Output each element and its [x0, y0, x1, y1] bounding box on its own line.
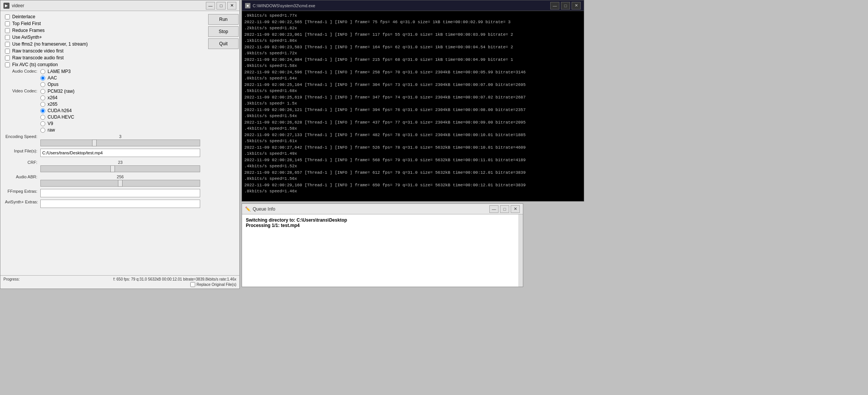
- cmd-line: 2022-11-09 02:00:23,061 [Thread-1 ] [INF…: [244, 32, 581, 38]
- cmd-line: 2022-11-09 02:00:24,596 [Thread-1 ] [INF…: [244, 69, 581, 76]
- crf-slider[interactable]: [40, 165, 200, 172]
- cuda-h264-row: CUDA h264: [40, 108, 75, 113]
- raw-video-row: Raw transcode video first: [5, 48, 201, 54]
- videer-right-panel: Run Stop Quit: [205, 11, 239, 275]
- minimize-button[interactable]: —: [206, 2, 215, 10]
- x264-radio[interactable]: [40, 95, 45, 100]
- input-files-row: Input File(s):: [5, 149, 201, 157]
- cmd-line: 2022-11-09 02:00:26,628 [Thread-1 ] [INF…: [244, 119, 581, 126]
- queue-titlebar-left: ✏️ Queue Info: [245, 206, 275, 212]
- use-ffms2-checkbox[interactable]: [5, 42, 10, 47]
- cmd-line: .9kbits/s speed=1.58x: [244, 63, 581, 69]
- cmd-line: 2022-11-09 02:00:29,160 [Thread-1 ] [INF…: [244, 182, 581, 189]
- videer-titlebar: ▶ videer — □ ✕: [0, 0, 239, 11]
- videer-title: videer: [12, 3, 24, 8]
- run-button[interactable]: Run: [208, 14, 239, 25]
- audio-abr-slider[interactable]: [40, 180, 200, 187]
- raw-video-checkbox[interactable]: [5, 49, 10, 54]
- aac-radio[interactable]: [40, 76, 45, 81]
- queue-maximize-button[interactable]: □: [500, 205, 509, 213]
- raw-audio-row: Raw transcode audio first: [5, 55, 201, 60]
- cmd-line: 2022-11-09 02:00:28,657 [Thread-1 ] [INF…: [244, 170, 581, 176]
- v9-radio[interactable]: [40, 121, 45, 126]
- raw-audio-label: Raw transcode audio first: [12, 55, 64, 60]
- cmd-line: .9kbits/s speed=1.72x: [244, 50, 581, 57]
- queue-window: ✏️ Queue Info — □ ✕ Switching directory …: [242, 203, 523, 287]
- use-avisynth-checkbox[interactable]: [5, 35, 10, 40]
- raw-radio[interactable]: [40, 128, 45, 133]
- stop-button[interactable]: Stop: [208, 26, 239, 37]
- cmd-line: .9kbits/s speed=1.54x: [244, 113, 581, 119]
- aac-row: AAC: [40, 75, 71, 81]
- video-codec-label: Video Codec:: [5, 89, 37, 133]
- quit-button[interactable]: Quit: [208, 38, 239, 49]
- video-codec-section: Video Codec: PCM32 (raw) x264 x265: [5, 89, 201, 133]
- audio-codec-label: Audio Codec:: [5, 69, 37, 87]
- avisynth-extras-field[interactable]: [40, 200, 200, 208]
- audio-abr-row: Audio ABR: 256: [5, 174, 201, 187]
- reduce-frames-label: Reduce Frames: [12, 28, 45, 33]
- x264-label: x264: [48, 95, 57, 100]
- cmd-maximize-button[interactable]: □: [561, 2, 570, 10]
- cuda-hevc-radio[interactable]: [40, 115, 45, 120]
- cmd-line: .0kbits/s speed=1.64x: [244, 75, 581, 82]
- raw-audio-checkbox[interactable]: [5, 56, 10, 60]
- encoding-speed-slider[interactable]: [40, 140, 200, 146]
- cmd-line: .8kbits/s speed=1.56x: [244, 176, 581, 182]
- queue-titlebar: ✏️ Queue Info — □ ✕: [242, 204, 523, 214]
- opus-row: Opus: [40, 82, 71, 87]
- audio-abr-container: 256: [40, 174, 200, 187]
- top-field-row: Top Field First: [5, 21, 201, 26]
- close-button[interactable]: ✕: [227, 2, 236, 10]
- cmd-content[interactable]: .9kbits/s speed=1.77x2022-11-09 02:00:22…: [242, 11, 584, 201]
- videer-content: Deinterlace Top Field First Reduce Frame…: [0, 11, 239, 275]
- reduce-frames-checkbox[interactable]: [5, 28, 10, 33]
- deinterlace-checkbox[interactable]: [5, 14, 10, 19]
- lame-mp3-radio[interactable]: [40, 69, 45, 74]
- cuda-h264-radio[interactable]: [40, 108, 45, 113]
- v9-row: V9: [40, 121, 75, 126]
- ffmpeg-extras-row: FFmpeg Extras:: [5, 189, 201, 197]
- pcm32-radio[interactable]: [40, 89, 45, 94]
- cmd-line: .4kbits/s speed=1.52x: [244, 163, 581, 170]
- queue-controls: — □ ✕: [489, 205, 520, 213]
- opus-radio[interactable]: [40, 82, 45, 87]
- audio-codec-section: Audio Codec: LAME MP3 AAC Opus: [5, 69, 201, 87]
- cmd-title: C:\WINDOWS\system32\cmd.exe: [253, 3, 315, 8]
- cmd-line: .8kbits/s speed=1.46x: [244, 188, 581, 195]
- cmd-line: 2022-11-09 02:00:25,619 [Thread-1 ] [INF…: [244, 94, 581, 101]
- cmd-line: 2022-11-09 02:00:26,121 [Thread-1 ] [INF…: [244, 107, 581, 113]
- use-ffms2-row: Use ffms2 (no frameserver, 1 stream): [5, 41, 201, 47]
- queue-line: Switching directory to: C:\Users\trans\D…: [246, 217, 514, 223]
- audio-abr-label: Audio ABR:: [5, 174, 37, 179]
- ffmpeg-extras-field[interactable]: [40, 189, 200, 197]
- maximize-button[interactable]: □: [217, 2, 226, 10]
- top-field-checkbox[interactable]: [5, 21, 10, 26]
- cmd-window: ■ C:\WINDOWS\system32\cmd.exe — □ ✕ .9kb…: [242, 0, 584, 201]
- queue-content: Switching directory to: C:\Users\trans\D…: [242, 214, 523, 287]
- videer-window: ▶ videer — □ ✕ Deinterlace Top Field Fir…: [0, 0, 240, 289]
- cmd-line: .9kbits/s speed=1.77x: [244, 13, 581, 19]
- queue-title: Queue Info: [253, 206, 275, 212]
- videer-left-panel: Deinterlace Top Field First Reduce Frame…: [0, 11, 205, 275]
- progress-value: f: 650 fps: 79 q:31.0 5632kB 00:00:12.01…: [113, 277, 236, 281]
- encoding-speed-label: Encoding Speed:: [5, 134, 37, 139]
- x265-radio[interactable]: [40, 102, 45, 107]
- cmd-close-button[interactable]: ✕: [572, 2, 581, 10]
- cmd-line: 2022-11-09 02:00:23,583 [Thread-1 ] [INF…: [244, 44, 581, 51]
- fix-avc-checkbox[interactable]: [5, 62, 10, 67]
- lame-mp3-label: LAME MP3: [48, 69, 71, 74]
- footer-progress-row: Progress: f: 650 fps: 79 q:31.0 5632kB 0…: [3, 277, 236, 281]
- progress-label: Progress:: [3, 277, 20, 281]
- lame-mp3-row: LAME MP3: [40, 69, 71, 74]
- raw-video-label: Raw transcode video first: [12, 48, 64, 54]
- encoding-speed-value: 3: [119, 134, 121, 139]
- cmd-minimize-button[interactable]: —: [550, 2, 559, 10]
- input-files-field[interactable]: [40, 149, 200, 157]
- videer-footer: Progress: f: 650 fps: 79 q:31.0 5632kB 0…: [0, 275, 239, 289]
- deinterlace-row: Deinterlace: [5, 14, 201, 19]
- cmd-titlebar: ■ C:\WINDOWS\system32\cmd.exe — □ ✕: [242, 0, 584, 11]
- replace-original-checkbox[interactable]: [190, 282, 195, 287]
- queue-minimize-button[interactable]: —: [489, 205, 499, 213]
- queue-close-button[interactable]: ✕: [511, 205, 520, 213]
